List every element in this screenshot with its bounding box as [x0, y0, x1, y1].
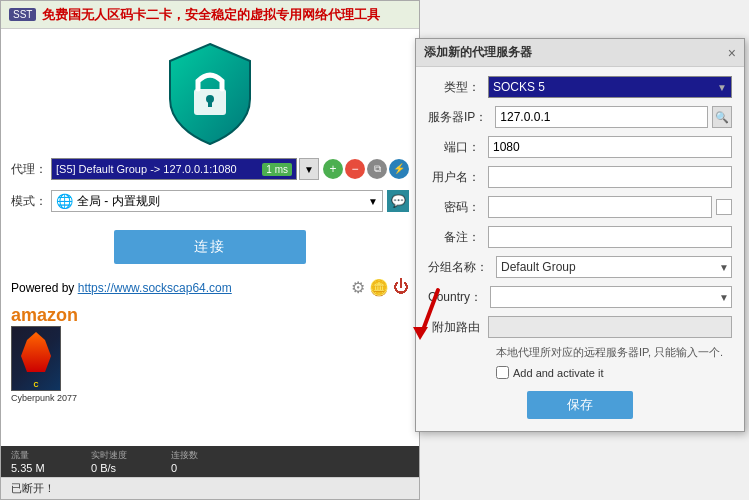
remark-input[interactable]	[488, 226, 732, 248]
proxy-action-buttons: + − ⧉ ⚡	[323, 159, 409, 179]
banner-text: 免费国无人区码卡二卡，安全稳定的虚拟专用网络代理工具	[42, 6, 380, 24]
password-label: 密码：	[428, 199, 488, 216]
country-dropdown-arrow: ▼	[719, 292, 729, 303]
username-label: 用户名：	[428, 169, 488, 186]
powered-link[interactable]: https://www.sockscap64.com	[78, 281, 232, 295]
proxy-label: 代理：	[11, 161, 47, 178]
activate-label: Add and activate it	[513, 367, 604, 379]
speed-label: 实时速度	[91, 449, 151, 462]
mode-select[interactable]: 🌐 全局 - 内置规则 ▼	[51, 190, 383, 212]
save-button[interactable]: 保存	[527, 391, 633, 419]
powered-text: Powered by https://www.sockscap64.com	[11, 281, 232, 295]
username-row: 用户名：	[428, 165, 732, 189]
group-label: 分组名称：	[428, 259, 496, 276]
add-proxy-button[interactable]: +	[323, 159, 343, 179]
mode-row: 模式： 🌐 全局 - 内置规则 ▼ 💬	[1, 186, 419, 216]
proxy-row: 代理： [S5] Default Group -> 127.0.0.1:1080…	[1, 154, 419, 184]
route-input[interactable]	[488, 316, 732, 338]
remark-label: 备注：	[428, 229, 488, 246]
connections-value: 0	[171, 462, 231, 474]
server-ip-search-button[interactable]: 🔍	[712, 106, 732, 128]
traffic-value: 5.35 M	[11, 462, 71, 474]
type-field: SOCKS 5 ▼	[488, 76, 732, 98]
group-value: Default Group	[499, 260, 719, 274]
connect-btn-area: 连接	[1, 216, 419, 274]
group-field: Default Group ▼	[496, 256, 732, 278]
powered-area: Powered by https://www.sockscap64.com ⚙ …	[1, 274, 419, 301]
main-window: SST 免费国无人区码卡二卡，安全稳定的虚拟专用网络代理工具	[0, 0, 420, 500]
proxy-select[interactable]: [S5] Default Group -> 127.0.0.1:1080 1 m…	[51, 158, 297, 180]
port-input[interactable]	[488, 136, 732, 158]
show-password-toggle[interactable]	[716, 199, 732, 215]
proxy-value: [S5] Default Group -> 127.0.0.1:1080	[56, 163, 256, 175]
type-value: SOCKS 5	[493, 80, 545, 94]
country-select[interactable]: ▼	[490, 286, 732, 308]
shield-area	[1, 29, 419, 154]
server-ip-label: 服务器IP：	[428, 109, 495, 126]
mode-dropdown-arrow: ▼	[368, 196, 378, 207]
username-field	[488, 166, 732, 188]
dialog-titlebar: 添加新的代理服务器 ×	[416, 39, 744, 67]
type-label: 类型：	[428, 79, 488, 96]
mode-chat-button[interactable]: 💬	[387, 190, 409, 212]
traffic-label: 流量	[11, 449, 71, 462]
server-ip-input[interactable]	[495, 106, 708, 128]
dialog-body: 类型： SOCKS 5 ▼ 服务器IP： 🔍 端口：	[416, 67, 744, 431]
route-red-arrow-icon	[408, 285, 458, 340]
username-input[interactable]	[488, 166, 732, 188]
connect-button[interactable]: 连接	[114, 230, 306, 264]
copy-proxy-button[interactable]: ⧉	[367, 159, 387, 179]
game-thumbnail[interactable]: C	[11, 326, 61, 391]
country-row: Country： ▼	[428, 285, 732, 309]
amazon-logo: amazon	[11, 305, 78, 326]
password-row: 密码：	[428, 195, 732, 219]
game-thumb-label: C	[33, 381, 38, 388]
lightning-proxy-button[interactable]: ⚡	[389, 159, 409, 179]
remove-proxy-button[interactable]: −	[345, 159, 365, 179]
mode-label: 模式：	[11, 193, 47, 210]
port-field	[488, 136, 732, 158]
remark-row: 备注：	[428, 225, 732, 249]
port-row: 端口：	[428, 135, 732, 159]
powered-icons: ⚙ 🪙 ⏻	[351, 278, 409, 297]
connections-label: 连接数	[171, 449, 231, 462]
type-dropdown-arrow: ▼	[717, 82, 727, 93]
group-dropdown-arrow: ▼	[719, 262, 729, 273]
activate-checkbox[interactable]	[496, 366, 509, 379]
proxy-latency-badge: 1 ms	[262, 163, 292, 176]
server-ip-field: 🔍	[495, 106, 732, 128]
speed-value: 0 B/s	[91, 462, 151, 474]
top-banner: SST 免费国无人区码卡二卡，安全稳定的虚拟专用网络代理工具	[1, 1, 419, 29]
type-select[interactable]: SOCKS 5 ▼	[488, 76, 732, 98]
ad-area: amazon C Cyberpunk 2077	[1, 301, 419, 446]
svg-marker-6	[413, 327, 428, 340]
country-field: ▼	[490, 286, 732, 308]
hint-text: 本地代理所对应的远程服务器IP, 只能输入一个.	[496, 345, 732, 360]
dialog-close-button[interactable]: ×	[728, 46, 736, 60]
password-field	[488, 196, 732, 218]
svg-rect-2	[208, 99, 212, 107]
route-row: 附加路由	[428, 315, 732, 339]
svg-line-5	[423, 290, 438, 330]
group-select[interactable]: Default Group ▼	[496, 256, 732, 278]
settings-icon[interactable]: ⚙	[351, 278, 365, 297]
proxy-dropdown-btn[interactable]: ▼	[299, 158, 319, 180]
password-input[interactable]	[488, 196, 712, 218]
dialog-title: 添加新的代理服务器	[424, 44, 532, 61]
status-traffic: 流量 5.35 M	[11, 449, 71, 474]
type-row: 类型： SOCKS 5 ▼	[428, 75, 732, 99]
coin-icon[interactable]: 🪙	[369, 278, 389, 297]
globe-icon: 🌐	[56, 193, 73, 209]
status-bar: 流量 5.35 M 实时速度 0 B/s 连接数 0	[1, 446, 419, 477]
save-btn-area: 保存	[428, 385, 732, 423]
powered-label: Powered by	[11, 281, 78, 295]
status-speed: 实时速度 0 B/s	[91, 449, 151, 474]
port-label: 端口：	[428, 139, 488, 156]
checkbox-area: Add and activate it	[496, 366, 732, 379]
bottom-status: 已断开！	[1, 477, 419, 499]
server-ip-row: 服务器IP： 🔍	[428, 105, 732, 129]
power-icon[interactable]: ⏻	[393, 278, 409, 297]
group-row: 分组名称： Default Group ▼	[428, 255, 732, 279]
add-proxy-dialog: 添加新的代理服务器 × 类型： SOCKS 5 ▼ 服务器IP： 🔍	[415, 38, 745, 432]
route-field	[488, 316, 732, 338]
